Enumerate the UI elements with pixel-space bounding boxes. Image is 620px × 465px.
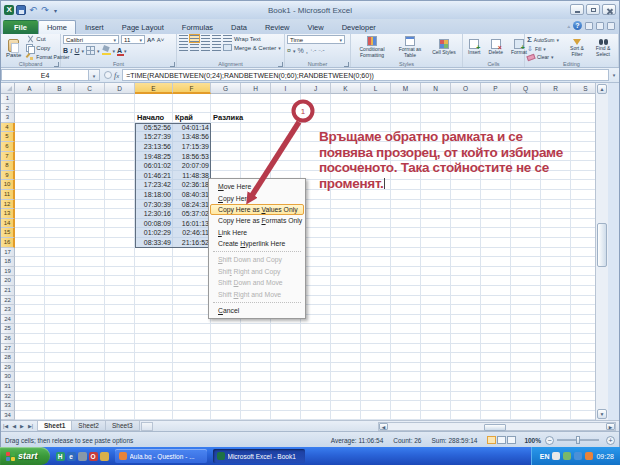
alignment-dialog-launcher[interactable]	[278, 62, 283, 67]
scroll-right-icon[interactable]: ▶	[606, 423, 615, 430]
sheet-tab-sheet3[interactable]: Sheet3	[105, 421, 140, 431]
column-header-G[interactable]: G	[211, 83, 241, 94]
row-header-26[interactable]: 26	[1, 334, 15, 344]
fill-color-dropdown-icon[interactable]: ▾	[113, 48, 116, 54]
sheet-tab-sheet2[interactable]: Sheet2	[71, 421, 106, 431]
opera-icon[interactable]: O	[89, 452, 98, 461]
row-header-7[interactable]: 7	[1, 152, 15, 162]
select-all-corner[interactable]	[1, 83, 15, 94]
underline-button[interactable]: U	[74, 47, 79, 54]
zoom-level[interactable]: 100%	[524, 437, 541, 444]
column-header-O[interactable]: O	[451, 83, 481, 94]
row-header-4[interactable]: 4	[1, 123, 15, 133]
row-header-25[interactable]: 25	[1, 324, 15, 334]
align-center-icon[interactable]	[190, 44, 199, 51]
row-header-6[interactable]: 6	[1, 142, 15, 152]
tab-data[interactable]: Data	[222, 20, 256, 34]
tab-view[interactable]: View	[299, 20, 333, 34]
cell-F3[interactable]: Край	[173, 113, 211, 123]
tab-page-layout[interactable]: Page Layout	[113, 20, 173, 34]
scroll-left-icon[interactable]: ◀	[379, 423, 388, 430]
row-header-31[interactable]: 31	[1, 382, 15, 392]
column-header-R[interactable]: R	[541, 83, 571, 94]
tray-icon-2[interactable]	[563, 452, 571, 460]
decrease-decimal-icon[interactable]: ⁻·⁰	[318, 48, 324, 54]
column-header-K[interactable]: K	[331, 83, 361, 94]
column-header-E[interactable]: E	[135, 83, 173, 94]
row-header-24[interactable]: 24	[1, 315, 15, 325]
restore-small-icon[interactable]	[596, 22, 604, 30]
row-header-21[interactable]: 21	[1, 286, 15, 296]
cell-F13[interactable]: 05:37:02	[173, 209, 211, 219]
row-header-20[interactable]: 20	[1, 276, 15, 286]
column-header-L[interactable]: L	[361, 83, 391, 94]
cell-F8[interactable]: 20:07:09	[173, 161, 211, 171]
horizontal-scrollbar[interactable]: ◀ ▶	[378, 422, 616, 431]
row-header-5[interactable]: 5	[1, 132, 15, 142]
zoom-slider-thumb[interactable]	[576, 436, 580, 444]
column-header-I[interactable]: I	[271, 83, 301, 94]
tray-icon-4[interactable]	[585, 452, 593, 460]
column-header-P[interactable]: P	[481, 83, 511, 94]
menu-item-move-here[interactable]: Move Here	[210, 181, 304, 192]
row-header-17[interactable]: 17	[1, 248, 15, 258]
font-size-combo[interactable]: 11▾	[121, 35, 145, 44]
merge-center-label[interactable]: Merge & Center	[234, 45, 276, 51]
row-header-22[interactable]: 22	[1, 296, 15, 306]
cell-E10[interactable]: 17:23:42	[135, 180, 173, 190]
percent-icon[interactable]: %	[297, 47, 303, 54]
delete-cells-button[interactable]: Delete	[486, 39, 506, 55]
number-dialog-launcher[interactable]	[344, 62, 349, 67]
cell-E12[interactable]: 07:30:39	[135, 200, 173, 210]
column-header-Q[interactable]: Q	[511, 83, 541, 94]
cell-E8[interactable]: 06:01:02	[135, 161, 173, 171]
cell-F11[interactable]: 08:40:31	[173, 190, 211, 200]
page-break-view-icon[interactable]	[507, 436, 516, 444]
align-right-icon[interactable]	[201, 44, 210, 51]
borders-dropdown-icon[interactable]: ▾	[97, 48, 100, 54]
zoom-out-icon[interactable]: −	[545, 436, 554, 445]
conditional-formatting-button[interactable]: Conditional Formatting	[353, 36, 391, 58]
column-header-J[interactable]: J	[301, 83, 331, 94]
page-layout-view-icon[interactable]	[497, 436, 506, 444]
merge-center-dropdown-icon[interactable]: ▾	[278, 45, 281, 51]
cell-F16[interactable]: 21:16:52	[173, 238, 211, 248]
column-header-M[interactable]: M	[391, 83, 421, 94]
accounting-dropdown-icon[interactable]: ▾	[293, 48, 296, 54]
italic-button[interactable]: I	[70, 47, 72, 55]
cell-F9[interactable]: 11:48:38	[173, 171, 211, 181]
row-header-19[interactable]: 19	[1, 267, 15, 277]
indent-icon[interactable]	[212, 44, 221, 51]
close-button[interactable]	[602, 4, 616, 15]
cell-E3[interactable]: Начало	[135, 113, 173, 123]
font-dialog-launcher[interactable]	[170, 62, 175, 67]
column-header-N[interactable]: N	[421, 83, 451, 94]
row-header-1[interactable]: 1	[1, 94, 15, 104]
cell-E6[interactable]: 23:13:56	[135, 142, 173, 152]
cell-F14[interactable]: 16:01:13	[173, 219, 211, 229]
quicklaunch-icon-2[interactable]	[78, 452, 87, 461]
formula-input[interactable]: =TIME(RANDBETWEEN(0;24);RANDBETWEEN(0;60…	[122, 69, 609, 81]
column-header-D[interactable]: D	[105, 83, 135, 94]
minimize-ribbon-icon[interactable]	[585, 22, 593, 30]
restore-button[interactable]	[586, 4, 600, 15]
row-header-29[interactable]: 29	[1, 363, 15, 373]
cell-E14[interactable]: 00:08:09	[135, 219, 173, 229]
paste-button[interactable]: Paste	[3, 39, 24, 58]
tab-review[interactable]: Review	[256, 20, 299, 34]
tray-icon-3[interactable]	[574, 452, 582, 460]
tab-formulas[interactable]: Formulas	[173, 20, 222, 34]
name-box[interactable]: E4	[1, 69, 89, 81]
name-box-dropdown-icon[interactable]: ▾	[89, 69, 100, 81]
formula-bar-expand-icon[interactable]: ▾	[609, 72, 619, 78]
insert-cells-button[interactable]: Insert	[465, 39, 484, 55]
shrink-font-button[interactable]: A˅	[157, 37, 165, 43]
menu-item-copy-here[interactable]: Copy Here	[210, 192, 304, 203]
minimize-button[interactable]	[570, 4, 584, 15]
horizontal-scroll-thumb[interactable]	[484, 424, 506, 431]
menu-item-copy-here-as-formats-only[interactable]: Copy Here as Formats Only	[210, 215, 304, 226]
cell-F4[interactable]: 04:01:14	[173, 123, 211, 133]
start-button[interactable]: start	[0, 447, 50, 465]
prev-sheet-icon[interactable]: ◀	[10, 423, 18, 429]
vertical-scrollbar[interactable]: ▲ ▼	[595, 83, 608, 420]
